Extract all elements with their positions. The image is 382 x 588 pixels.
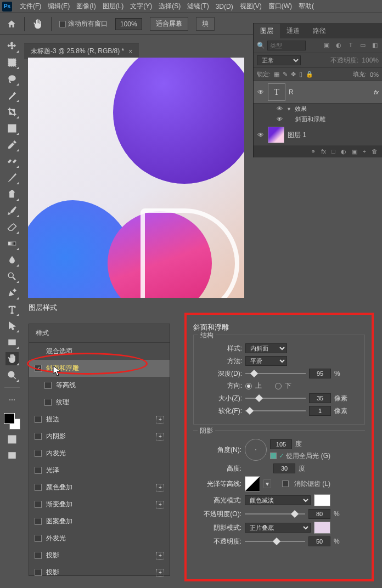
filter-type[interactable] <box>267 41 306 50</box>
style-inner_glow[interactable]: 内发光 <box>29 445 170 462</box>
close-icon[interactable]: × <box>128 48 132 55</box>
highlight-mode[interactable]: 颜色减淡 <box>245 495 311 505</box>
angle-dial[interactable] <box>245 439 267 461</box>
color-swatches[interactable] <box>4 413 20 429</box>
filter-type-icon[interactable]: T <box>347 42 355 49</box>
altitude-input[interactable] <box>273 463 295 473</box>
group-icon[interactable]: ▣ <box>352 148 357 155</box>
canvas[interactable] <box>28 58 244 298</box>
gradient-tool[interactable] <box>5 237 19 250</box>
global-light-check[interactable]: ✓ 使用全局光 (G) <box>270 451 330 461</box>
mask-icon[interactable]: □ <box>332 148 335 155</box>
menu-filter[interactable]: 滤镜(T) <box>184 2 212 11</box>
bevel-technique-select[interactable]: 平滑 <box>245 356 287 366</box>
layer-name[interactable]: 图层 1 <box>288 131 306 140</box>
hi-opacity-slider[interactable] <box>245 510 305 518</box>
layer-row[interactable]: 👁 图层 1 <box>254 125 382 146</box>
blur-tool[interactable] <box>5 253 19 267</box>
soften-slider[interactable] <box>245 407 306 415</box>
menu-3d[interactable]: 3D(D) <box>212 3 237 10</box>
menu-window[interactable]: 窗口(W) <box>265 2 295 11</box>
dir-down-radio[interactable] <box>275 383 282 389</box>
lock-all-icon[interactable]: 🔒 <box>306 71 313 78</box>
hand-tool-icon[interactable] <box>32 19 43 30</box>
lock-pixel-icon[interactable]: ▦ <box>274 71 279 78</box>
add-instance-icon[interactable]: + <box>156 484 164 491</box>
edit-toolbar[interactable]: ⋯ <box>5 393 19 406</box>
new-layer-icon[interactable]: + <box>363 148 366 155</box>
angle-input[interactable] <box>270 439 292 449</box>
gloss-contour[interactable] <box>245 476 260 491</box>
bevel-style-select[interactable]: 内斜面 <box>245 343 287 353</box>
lasso-tool[interactable] <box>5 72 19 86</box>
menu-image[interactable]: 图像(I) <box>73 2 99 11</box>
healing-tool[interactable] <box>5 155 19 168</box>
filter-pixel-icon[interactable]: ▣ <box>323 42 330 49</box>
fill-screen-button[interactable]: 填 <box>196 17 215 31</box>
highlight-color[interactable] <box>314 494 330 506</box>
style-checkbox[interactable] <box>35 535 42 542</box>
visibility-icon[interactable]: 👁 <box>276 116 283 123</box>
trash-icon[interactable]: 🗑 <box>372 148 378 155</box>
add-instance-icon[interactable]: + <box>156 501 164 508</box>
style-checkbox[interactable] <box>35 518 42 525</box>
pen-tool[interactable] <box>5 286 19 299</box>
scroll-all-check[interactable]: 滚动所有窗口 <box>59 19 108 29</box>
screen-mode[interactable] <box>5 449 19 462</box>
size-input[interactable] <box>309 393 331 403</box>
layer-row[interactable]: 👁 T R fx <box>254 81 382 104</box>
type-tool[interactable] <box>5 303 19 316</box>
style-contour[interactable]: 等高线 <box>29 377 170 394</box>
lock-brush-icon[interactable]: ✎ <box>283 71 288 78</box>
add-instance-icon[interactable]: + <box>156 569 164 576</box>
crop-tool[interactable] <box>5 105 19 118</box>
style-grad_overlay[interactable]: 渐变叠加+ <box>29 496 170 513</box>
style-checkbox[interactable] <box>35 450 42 457</box>
menu-help[interactable]: 帮助( <box>295 2 317 11</box>
style-checkbox[interactable] <box>35 484 42 491</box>
style-drop2[interactable]: 投影+ <box>29 564 170 581</box>
add-instance-icon[interactable]: + <box>156 416 164 423</box>
visibility-icon[interactable]: 👁 <box>276 105 283 113</box>
blend-options[interactable]: 混合选项 <box>29 343 170 360</box>
home-icon[interactable] <box>7 19 16 29</box>
zoom-tool[interactable] <box>5 369 19 382</box>
menu-file[interactable]: 文件(F) <box>16 2 44 11</box>
dir-up-radio[interactable] <box>245 383 252 389</box>
zoom-value[interactable]: 100% <box>115 18 142 30</box>
chevron-down-icon[interactable]: ▼ <box>286 106 291 112</box>
layer-name[interactable]: R <box>289 88 294 96</box>
sh-opacity-input[interactable] <box>308 536 330 546</box>
style-texture[interactable]: 纹理 <box>29 394 170 411</box>
fx-indicator[interactable]: fx <box>374 89 379 95</box>
style-checkbox[interactable] <box>35 365 42 372</box>
sh-opacity-slider[interactable] <box>245 538 305 545</box>
document-tab[interactable]: 未标题-3 @ 25.8% (R, RGB/8) * × <box>24 43 139 59</box>
style-bevel[interactable]: 斜面和浮雕 <box>29 360 170 377</box>
depth-input[interactable] <box>309 369 331 378</box>
menu-select[interactable]: 选择(S) <box>155 2 184 11</box>
style-checkbox[interactable] <box>35 501 42 508</box>
shadow-color[interactable] <box>314 522 330 534</box>
hand-tool[interactable] <box>5 352 19 365</box>
lock-artboard-icon[interactable]: ▯ <box>299 71 302 78</box>
blend-mode[interactable]: 正常 <box>257 55 301 65</box>
style-satin[interactable]: 光泽 <box>29 462 170 479</box>
style-outer_glow[interactable]: 外发光 <box>29 530 170 547</box>
style-checkbox[interactable] <box>35 569 42 576</box>
filter-smart-icon[interactable]: ◧ <box>371 42 379 49</box>
eraser-tool[interactable] <box>5 220 19 234</box>
frame-tool[interactable] <box>5 122 19 135</box>
quick-mask[interactable] <box>5 433 19 446</box>
layer-effect-bevel[interactable]: 👁 斜面和浮雕 <box>254 114 382 125</box>
tab-layers[interactable]: 图层 <box>254 24 280 38</box>
antialias-check[interactable] <box>282 480 289 487</box>
size-slider[interactable] <box>245 394 306 402</box>
history-brush-tool[interactable] <box>5 204 19 217</box>
move-tool[interactable] <box>5 39 19 53</box>
filter-shape-icon[interactable]: ▭ <box>359 42 367 49</box>
styles-header[interactable]: 样式 <box>29 324 170 343</box>
chevron-down-icon[interactable]: ▾ <box>263 479 271 488</box>
style-checkbox[interactable] <box>35 552 42 559</box>
style-checkbox[interactable] <box>35 416 42 423</box>
